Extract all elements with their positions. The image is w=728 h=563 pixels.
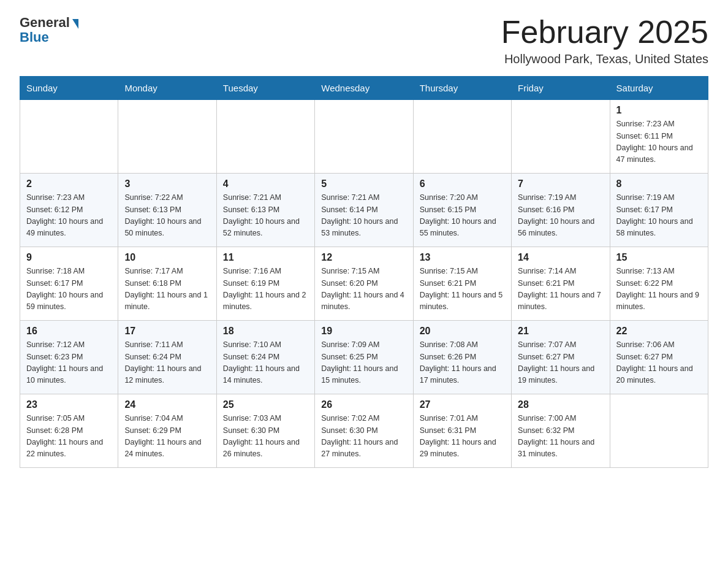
calendar-cell <box>20 100 118 174</box>
day-info: Sunrise: 7:14 AM Sunset: 6:21 PM Dayligh… <box>518 266 603 313</box>
calendar-cell <box>413 100 511 174</box>
day-info: Sunrise: 7:01 AM Sunset: 6:31 PM Dayligh… <box>420 413 505 461</box>
day-number: 16 <box>26 326 112 337</box>
weekday-header-saturday: Saturday <box>610 77 708 100</box>
day-number: 1 <box>616 105 702 116</box>
day-info: Sunrise: 7:16 AM Sunset: 6:19 PM Dayligh… <box>223 266 308 313</box>
day-number: 11 <box>223 252 308 263</box>
day-number: 15 <box>616 252 702 263</box>
page-header: General Blue February 2025 Hollywood Par… <box>20 15 708 66</box>
calendar-week-row: 16Sunrise: 7:12 AM Sunset: 6:23 PM Dayli… <box>20 321 708 394</box>
calendar-week-row: 2Sunrise: 7:23 AM Sunset: 6:12 PM Daylig… <box>20 174 708 247</box>
calendar-cell: 26Sunrise: 7:02 AM Sunset: 6:30 PM Dayli… <box>315 394 413 468</box>
day-info: Sunrise: 7:17 AM Sunset: 6:18 PM Dayligh… <box>124 266 210 313</box>
day-info: Sunrise: 7:13 AM Sunset: 6:22 PM Dayligh… <box>616 266 702 313</box>
calendar-cell: 10Sunrise: 7:17 AM Sunset: 6:18 PM Dayli… <box>118 247 216 321</box>
logo-triangle-icon <box>72 19 78 29</box>
calendar-cell: 16Sunrise: 7:12 AM Sunset: 6:23 PM Dayli… <box>20 321 118 394</box>
calendar-cell <box>315 100 413 174</box>
weekday-header-sunday: Sunday <box>20 77 118 100</box>
calendar-cell: 20Sunrise: 7:08 AM Sunset: 6:26 PM Dayli… <box>413 321 511 394</box>
day-number: 17 <box>124 326 210 337</box>
calendar-cell: 23Sunrise: 7:05 AM Sunset: 6:28 PM Dayli… <box>20 394 118 468</box>
calendar-cell: 18Sunrise: 7:10 AM Sunset: 6:24 PM Dayli… <box>216 321 314 394</box>
day-info: Sunrise: 7:06 AM Sunset: 6:27 PM Dayligh… <box>616 339 702 387</box>
day-number: 26 <box>321 399 406 410</box>
calendar-cell: 22Sunrise: 7:06 AM Sunset: 6:27 PM Dayli… <box>610 321 708 394</box>
calendar-cell: 14Sunrise: 7:14 AM Sunset: 6:21 PM Dayli… <box>512 247 610 321</box>
day-number: 27 <box>420 399 505 410</box>
day-number: 24 <box>124 399 210 410</box>
day-info: Sunrise: 7:23 AM Sunset: 6:12 PM Dayligh… <box>26 192 112 240</box>
calendar-cell: 28Sunrise: 7:00 AM Sunset: 6:32 PM Dayli… <box>512 394 610 468</box>
day-number: 10 <box>124 252 210 263</box>
calendar-week-row: 23Sunrise: 7:05 AM Sunset: 6:28 PM Dayli… <box>20 394 708 468</box>
day-number: 19 <box>321 326 406 337</box>
day-number: 8 <box>616 178 702 190</box>
day-info: Sunrise: 7:08 AM Sunset: 6:26 PM Dayligh… <box>420 339 505 387</box>
day-number: 7 <box>518 178 603 190</box>
day-info: Sunrise: 7:12 AM Sunset: 6:23 PM Dayligh… <box>26 339 112 387</box>
weekday-header-monday: Monday <box>118 77 216 100</box>
day-number: 20 <box>420 326 505 337</box>
calendar-cell: 6Sunrise: 7:20 AM Sunset: 6:15 PM Daylig… <box>413 174 511 247</box>
day-info: Sunrise: 7:02 AM Sunset: 6:30 PM Dayligh… <box>321 413 406 461</box>
day-number: 6 <box>420 178 505 190</box>
day-info: Sunrise: 7:07 AM Sunset: 6:27 PM Dayligh… <box>518 339 603 387</box>
day-number: 4 <box>223 178 308 190</box>
calendar-cell: 8Sunrise: 7:19 AM Sunset: 6:17 PM Daylig… <box>610 174 708 247</box>
calendar-cell: 5Sunrise: 7:21 AM Sunset: 6:14 PM Daylig… <box>315 174 413 247</box>
day-number: 22 <box>616 326 702 337</box>
day-info: Sunrise: 7:09 AM Sunset: 6:25 PM Dayligh… <box>321 339 406 387</box>
day-number: 2 <box>26 178 112 190</box>
logo-general-text: General <box>20 15 70 31</box>
day-info: Sunrise: 7:10 AM Sunset: 6:24 PM Dayligh… <box>223 339 308 387</box>
weekday-header-tuesday: Tuesday <box>216 77 314 100</box>
weekday-header-friday: Friday <box>512 77 610 100</box>
calendar-cell: 12Sunrise: 7:15 AM Sunset: 6:20 PM Dayli… <box>315 247 413 321</box>
day-number: 3 <box>124 178 210 190</box>
calendar-cell: 17Sunrise: 7:11 AM Sunset: 6:24 PM Dayli… <box>118 321 216 394</box>
calendar-cell: 3Sunrise: 7:22 AM Sunset: 6:13 PM Daylig… <box>118 174 216 247</box>
logo: General Blue <box>20 15 78 45</box>
day-info: Sunrise: 7:19 AM Sunset: 6:16 PM Dayligh… <box>518 192 603 240</box>
calendar-cell: 11Sunrise: 7:16 AM Sunset: 6:19 PM Dayli… <box>216 247 314 321</box>
day-info: Sunrise: 7:11 AM Sunset: 6:24 PM Dayligh… <box>124 339 210 387</box>
calendar-cell: 9Sunrise: 7:18 AM Sunset: 6:17 PM Daylig… <box>20 247 118 321</box>
calendar-cell: 2Sunrise: 7:23 AM Sunset: 6:12 PM Daylig… <box>20 174 118 247</box>
day-info: Sunrise: 7:04 AM Sunset: 6:29 PM Dayligh… <box>124 413 210 461</box>
day-info: Sunrise: 7:15 AM Sunset: 6:20 PM Dayligh… <box>321 266 406 313</box>
calendar-week-row: 9Sunrise: 7:18 AM Sunset: 6:17 PM Daylig… <box>20 247 708 321</box>
calendar-cell: 27Sunrise: 7:01 AM Sunset: 6:31 PM Dayli… <box>413 394 511 468</box>
day-number: 5 <box>321 178 406 190</box>
day-info: Sunrise: 7:23 AM Sunset: 6:11 PM Dayligh… <box>616 118 702 166</box>
location-subtitle: Hollywood Park, Texas, United States <box>501 52 708 66</box>
calendar-cell <box>512 100 610 174</box>
day-number: 25 <box>223 399 308 410</box>
day-number: 13 <box>420 252 505 263</box>
day-info: Sunrise: 7:15 AM Sunset: 6:21 PM Dayligh… <box>420 266 505 313</box>
calendar-cell: 24Sunrise: 7:04 AM Sunset: 6:29 PM Dayli… <box>118 394 216 468</box>
calendar-cell: 4Sunrise: 7:21 AM Sunset: 6:13 PM Daylig… <box>216 174 314 247</box>
calendar-cell: 21Sunrise: 7:07 AM Sunset: 6:27 PM Dayli… <box>512 321 610 394</box>
day-info: Sunrise: 7:05 AM Sunset: 6:28 PM Dayligh… <box>26 413 112 461</box>
day-number: 12 <box>321 252 406 263</box>
calendar-cell: 15Sunrise: 7:13 AM Sunset: 6:22 PM Dayli… <box>610 247 708 321</box>
logo-blue-text: Blue <box>20 29 49 45</box>
month-title: February 2025 <box>501 15 708 50</box>
day-number: 28 <box>518 399 603 410</box>
calendar-cell: 7Sunrise: 7:19 AM Sunset: 6:16 PM Daylig… <box>512 174 610 247</box>
day-number: 9 <box>26 252 112 263</box>
day-number: 14 <box>518 252 603 263</box>
calendar-cell: 25Sunrise: 7:03 AM Sunset: 6:30 PM Dayli… <box>216 394 314 468</box>
calendar-cell: 13Sunrise: 7:15 AM Sunset: 6:21 PM Dayli… <box>413 247 511 321</box>
calendar-cell: 19Sunrise: 7:09 AM Sunset: 6:25 PM Dayli… <box>315 321 413 394</box>
day-number: 23 <box>26 399 112 410</box>
calendar-week-row: 1Sunrise: 7:23 AM Sunset: 6:11 PM Daylig… <box>20 100 708 174</box>
title-section: February 2025 Hollywood Park, Texas, Uni… <box>501 15 708 66</box>
weekday-header-wednesday: Wednesday <box>315 77 413 100</box>
day-info: Sunrise: 7:18 AM Sunset: 6:17 PM Dayligh… <box>26 266 112 313</box>
day-info: Sunrise: 7:03 AM Sunset: 6:30 PM Dayligh… <box>223 413 308 461</box>
day-info: Sunrise: 7:21 AM Sunset: 6:14 PM Dayligh… <box>321 192 406 240</box>
day-info: Sunrise: 7:20 AM Sunset: 6:15 PM Dayligh… <box>420 192 505 240</box>
